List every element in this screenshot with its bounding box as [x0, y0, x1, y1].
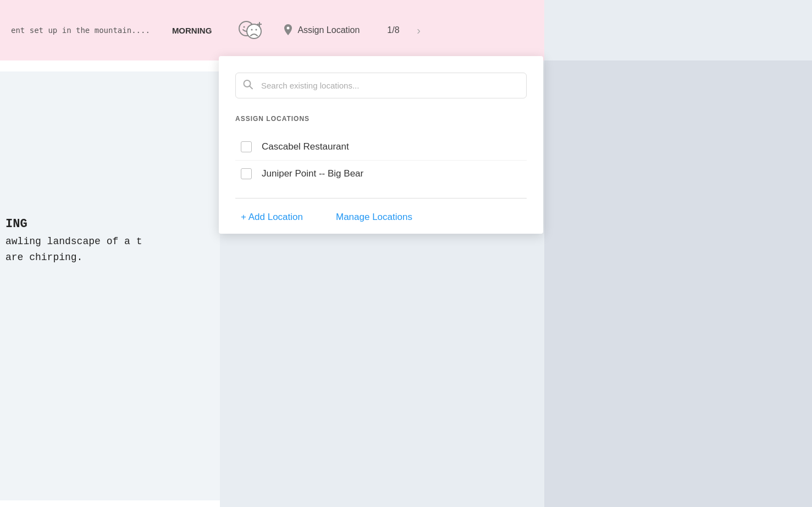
cascabel-label: Cascabel Restaurant [262, 141, 349, 152]
search-input[interactable] [235, 73, 527, 98]
svg-point-4 [251, 29, 253, 31]
body-text-area: ING awling landscape of a t are chirping… [0, 71, 220, 500]
add-location-button[interactable]: + Add Location [241, 212, 303, 223]
section-label: ASSIGN LOCATIONS [235, 115, 527, 123]
svg-point-8 [287, 27, 290, 30]
header-left-text: ent set up in the mountain.... [11, 26, 150, 35]
search-icon [243, 79, 253, 92]
right-area [544, 60, 812, 507]
list-item: Juniper Point -- Big Bear [235, 161, 527, 187]
cascabel-checkbox[interactable] [241, 141, 252, 152]
body-paragraph-line2: are chirping. [5, 250, 142, 266]
list-item: Cascabel Restaurant [235, 134, 527, 161]
header-counter: 1/8 [376, 25, 410, 35]
search-container [235, 73, 527, 98]
theater-masks-icon[interactable] [234, 20, 267, 41]
svg-point-1 [244, 26, 245, 28]
assign-location-label: Assign Location [297, 25, 360, 35]
assign-location-modal: ASSIGN LOCATIONS Cascabel Restaurant Jun… [219, 56, 543, 234]
next-chevron-icon[interactable]: › [411, 22, 427, 38]
header-morning-label: MORNING [150, 26, 234, 35]
body-text-content: ING awling landscape of a t are chirping… [5, 214, 142, 266]
divider [235, 198, 527, 199]
svg-point-5 [256, 29, 257, 31]
assign-location-header[interactable]: Assign Location [267, 24, 376, 36]
svg-line-10 [250, 86, 252, 89]
juniper-checkbox[interactable] [241, 168, 252, 179]
footer-actions: + Add Location Manage Locations [235, 212, 527, 223]
juniper-label: Juniper Point -- Big Bear [262, 168, 363, 179]
location-list: Cascabel Restaurant Juniper Point -- Big… [235, 134, 527, 187]
body-paragraph-line1: awling landscape of a t [5, 234, 142, 250]
header-bar: ent set up in the mountain.... MORNING A… [0, 0, 544, 60]
manage-locations-button[interactable]: Manage Locations [336, 212, 412, 223]
body-bold-text: ING [5, 214, 142, 234]
